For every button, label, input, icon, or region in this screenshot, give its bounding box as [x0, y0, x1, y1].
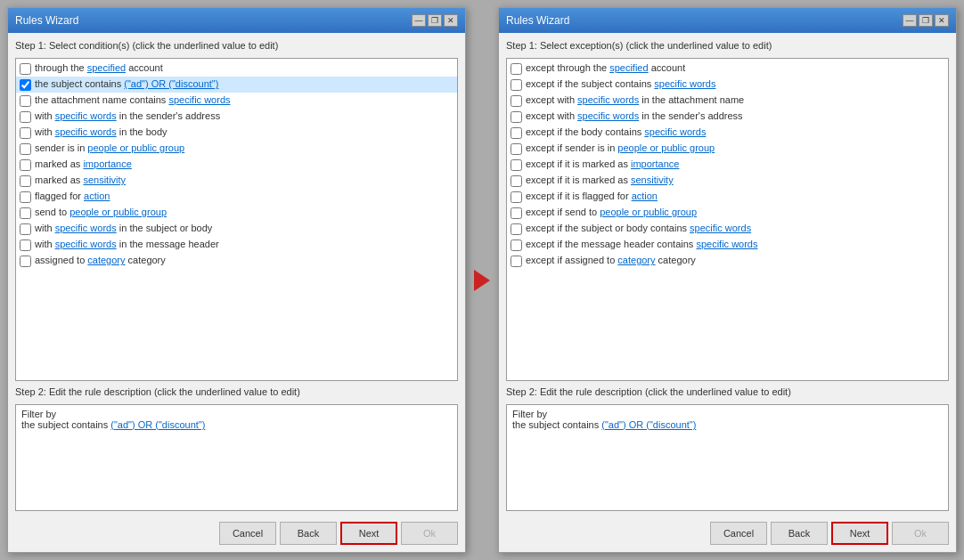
list-item: except if the body contains specific wor… — [507, 125, 948, 141]
close-button-2[interactable]: ✕ — [935, 14, 949, 27]
link-c7[interactable]: importance — [83, 158, 131, 169]
link-e6[interactable]: people or public group — [617, 142, 715, 153]
restore-button-2[interactable]: ❐ — [919, 14, 933, 27]
link-e4[interactable]: specific words — [577, 110, 639, 121]
description-section-2: Filter by the subject contains ("ad") OR… — [506, 404, 949, 511]
checkbox-e4[interactable] — [511, 111, 522, 123]
minimize-button-2[interactable]: — — [903, 14, 917, 27]
checkbox-e7[interactable] — [511, 159, 522, 171]
item-text-c11: with specific words in the subject or bo… — [35, 222, 212, 235]
link-c12[interactable]: specific words — [55, 239, 117, 249]
restore-button-1[interactable]: ❐ — [428, 14, 442, 27]
step2-label-1: Step 2: Edit the rule description (click… — [15, 386, 458, 397]
item-text-c6: sender is in people or public group — [35, 142, 184, 155]
list-item: except through the specified account — [507, 61, 948, 77]
desc-link-2[interactable]: ("ad") OR ("discount") — [601, 419, 696, 430]
next-button-1[interactable]: Next — [340, 522, 397, 545]
next-button-2[interactable]: Next — [831, 522, 888, 545]
link-c11[interactable]: specific words — [55, 223, 117, 233]
checkbox-c12[interactable] — [20, 239, 31, 251]
checkbox-c11[interactable] — [20, 223, 31, 235]
item-text-c13: assigned to category category — [35, 254, 166, 267]
link-e7[interactable]: importance — [631, 158, 679, 169]
list-item: except with specific words in the attach… — [507, 93, 948, 109]
checkbox-c4[interactable] — [20, 111, 31, 123]
item-text-e12: except if the message header contains sp… — [526, 238, 757, 251]
checkbox-e6[interactable] — [511, 143, 522, 155]
back-button-2[interactable]: Back — [771, 522, 828, 545]
desc-line1-1: Filter by — [21, 409, 452, 419]
item-text-e13: except if assigned to category category — [526, 254, 696, 267]
checkbox-c10[interactable] — [20, 207, 31, 219]
item-text-c7: marked as importance — [35, 158, 132, 171]
link-e12[interactable]: specific words — [696, 239, 757, 249]
list-item: with specific words in the body — [16, 125, 457, 141]
link-c5[interactable]: specific words — [55, 126, 117, 137]
list-item: send to people or public group — [16, 205, 457, 221]
exceptions-list-2: except through the specified account exc… — [506, 58, 949, 381]
list-item: except if assigned to category category — [507, 253, 948, 269]
link-e9[interactable]: action — [632, 191, 658, 201]
list-item: except if the subject contains specific … — [507, 77, 948, 93]
link-e11[interactable]: specific words — [690, 223, 751, 233]
link-c10[interactable]: people or public group — [69, 207, 167, 217]
list-item: except with specific words in the sender… — [507, 109, 948, 125]
checkbox-e10[interactable] — [511, 207, 522, 219]
checkbox-c6[interactable] — [20, 143, 31, 155]
checkbox-e13[interactable] — [511, 256, 522, 267]
list-item: except if send to people or public group — [507, 205, 948, 221]
checkbox-e3[interactable] — [511, 95, 522, 107]
link-c13[interactable]: category — [87, 255, 125, 265]
checkbox-e9[interactable] — [511, 191, 522, 203]
checkbox-c13[interactable] — [20, 256, 31, 267]
link-e1[interactable]: specified — [609, 62, 648, 73]
link-c4[interactable]: specific words — [55, 110, 117, 121]
link-c2[interactable]: ("ad") OR ("discount") — [124, 78, 218, 89]
checkbox-c7[interactable] — [20, 159, 31, 171]
exceptions-scroll-2[interactable]: except through the specified account exc… — [507, 59, 948, 380]
title-2: Rules Wizard — [506, 14, 569, 27]
checkbox-e1[interactable] — [511, 63, 522, 75]
item-text-e2: except if the subject contains specific … — [526, 77, 715, 91]
cancel-button-1[interactable]: Cancel — [219, 522, 276, 545]
checkbox-c8[interactable] — [20, 175, 31, 187]
rules-wizard-dialog-1: Rules Wizard — ❐ ✕ Step 1: Select condit… — [7, 7, 466, 553]
dialog-body-2: Step 1: Select exception(s) (click the u… — [499, 33, 956, 552]
checkbox-e8[interactable] — [511, 175, 522, 187]
link-e8[interactable]: sensitivity — [631, 174, 674, 185]
list-item: through the specified account — [16, 61, 457, 77]
minimize-button-1[interactable]: — — [412, 14, 426, 27]
checkbox-c3[interactable] — [20, 95, 31, 107]
list-item: except if it is marked as sensitivity — [507, 173, 948, 189]
link-e5[interactable]: specific words — [644, 126, 706, 137]
checkbox-e12[interactable] — [511, 239, 522, 251]
checkbox-e5[interactable] — [511, 127, 522, 139]
checkbox-c2[interactable] — [20, 79, 31, 91]
back-button-1[interactable]: Back — [280, 522, 337, 545]
title-bar-buttons-1: — ❐ ✕ — [412, 14, 458, 27]
desc-link-1[interactable]: ("ad") OR ("discount") — [110, 419, 205, 430]
link-c9[interactable]: action — [84, 191, 110, 201]
conditions-scroll-1[interactable]: through the specified account the subjec… — [16, 59, 457, 380]
close-button-1[interactable]: ✕ — [444, 14, 458, 27]
checkbox-c1[interactable] — [20, 63, 31, 75]
link-e13[interactable]: category — [617, 255, 655, 265]
link-e2[interactable]: specific words — [654, 78, 715, 89]
link-c6[interactable]: people or public group — [87, 142, 184, 153]
item-text-c8: marked as sensitivity — [35, 174, 126, 187]
checkbox-e2[interactable] — [511, 79, 522, 91]
item-text-e1: except through the specified account — [526, 61, 685, 75]
checkbox-e11[interactable] — [511, 223, 522, 235]
link-c1[interactable]: specified — [87, 62, 126, 73]
link-e3[interactable]: specific words — [577, 94, 639, 105]
checkbox-c5[interactable] — [20, 127, 31, 139]
ok-button-2[interactable]: Ok — [892, 522, 949, 545]
link-c3[interactable]: specific words — [168, 94, 230, 105]
ok-button-1[interactable]: Ok — [401, 522, 458, 545]
button-row-2: Cancel Back Next Ok — [506, 518, 949, 545]
cancel-button-2[interactable]: Cancel — [710, 522, 767, 545]
item-text-c9: flagged for action — [35, 190, 110, 203]
link-c8[interactable]: sensitivity — [83, 174, 126, 185]
checkbox-c9[interactable] — [20, 191, 31, 203]
link-e10[interactable]: people or public group — [600, 207, 697, 217]
